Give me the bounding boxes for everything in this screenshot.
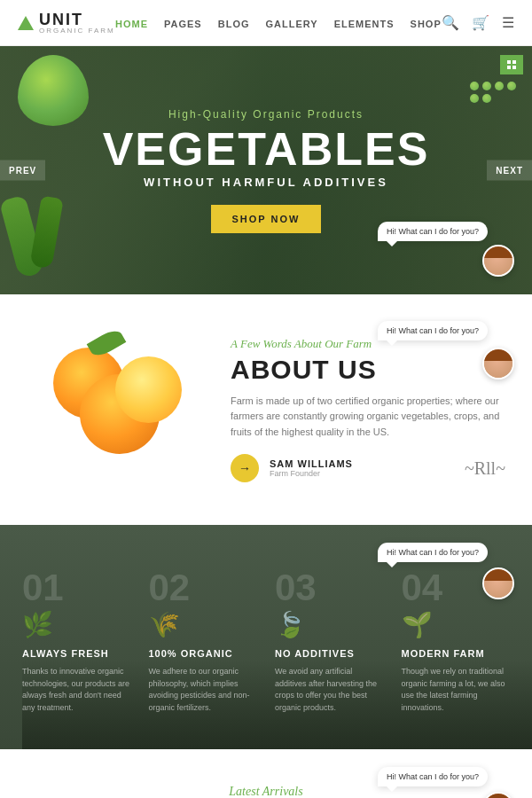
hero-cta-button[interactable]: SHOP NOW [211, 205, 322, 233]
logo[interactable]: UNIT ORGANIC FARM [18, 12, 115, 35]
feature-title-1: ALWAYS FRESH [22, 648, 131, 659]
about-section: A Few Words About Our Farm ABOUT US Farm… [0, 294, 532, 525]
hero-prev-button[interactable]: prev [0, 160, 45, 181]
hero-section: prev next High-Quality Organic Products … [0, 46, 532, 294]
hero-title: VEGETABLES [103, 126, 430, 172]
logo-name: UNIT [39, 12, 115, 27]
nav-gallery[interactable]: GALLERY [266, 19, 318, 29]
about-text: Farm is made up of two certified organic… [231, 394, 505, 441]
cart-icon[interactable]: 🛒 [472, 14, 489, 31]
logo-subtitle: ORGANIC FARM [39, 27, 115, 35]
feature-num-3: 03 [275, 569, 384, 606]
search-icon[interactable]: 🔍 [442, 14, 459, 31]
products-tag: Latest Arrivals [18, 785, 514, 798]
feature-text-1: Thanks to innovative organic technologie… [22, 666, 131, 714]
apple-decoration [18, 55, 89, 126]
feature-num-1: 01 [22, 569, 131, 606]
feature-text-2: We adhere to our organic philosophy, whi… [149, 666, 258, 714]
nav-elements[interactable]: ELEMENTS [334, 19, 395, 29]
author-name: SAM WILLIAMS [270, 458, 353, 469]
author-arrow-button[interactable]: → [231, 454, 259, 482]
hero-content: High-Quality Organic Products VEGETABLES… [103, 108, 430, 233]
feature-icon-3: 🍃 [275, 610, 384, 639]
feature-no-additives: 03 🍃 NO ADDITIVES We avoid any artificia… [275, 569, 384, 714]
chat-bubble-products: Hi! What can I do for you? [378, 767, 488, 786]
nav-home[interactable]: HOME [115, 19, 148, 29]
about-title: ABOUT US [231, 355, 505, 385]
nav-links: HOME PAGES BLOG GALLERY ELEMENTS SHOP [115, 15, 442, 31]
features-grid: 01 🌿 ALWAYS FRESH Thanks to innovative o… [22, 569, 510, 714]
nav-icons: 🔍 🛒 ☰ [442, 14, 514, 31]
products-section: Latest Arrivals NEW PRODUCTS ALL VEGETAB… [0, 749, 532, 798]
feature-always-fresh: 01 🌿 ALWAYS FRESH Thanks to innovative o… [22, 569, 131, 714]
pepper2-decoration [29, 195, 64, 269]
peas-decoration [470, 82, 523, 103]
logo-icon [18, 16, 34, 30]
nav-pages[interactable]: PAGES [164, 19, 202, 29]
feature-icon-1: 🌿 [22, 610, 131, 639]
hero-subtitle: High-Quality Organic Products [103, 108, 430, 121]
about-author: → SAM WILLIAMS Farm Founder ~Rll~ [231, 454, 505, 482]
grid-view-icon[interactable] [500, 55, 523, 74]
feature-text-4: Though we rely on traditional organic fa… [402, 666, 511, 714]
feature-title-2: 100% ORGANIC [149, 648, 258, 659]
chat-avatar-about[interactable] [482, 348, 514, 379]
feature-icon-2: 🌾 [149, 610, 258, 639]
feature-100-organic: 02 🌾 100% ORGANIC We adhere to our organ… [149, 569, 258, 714]
chat-bubble-features: Hi! What can I do for you? [378, 543, 488, 562]
chat-avatar-features[interactable] [482, 567, 514, 599]
hero-desc: WITHOUT HARMFUL ADDITIVES [103, 176, 430, 189]
feature-title-4: MODERN FARM [402, 648, 511, 659]
about-image [27, 330, 204, 489]
orange3 [115, 356, 182, 423]
nav-shop[interactable]: SHOP [411, 19, 442, 29]
feature-title-3: NO ADDITIVES [275, 648, 384, 659]
author-role: Farm Founder [270, 469, 353, 478]
feature-num-2: 02 [149, 569, 258, 606]
feature-icon-4: 🌱 [402, 610, 511, 639]
author-signature: ~Rll~ [465, 458, 505, 479]
chat-bubble-hero: Hi! What can I do for you? [378, 222, 488, 241]
navbar: UNIT ORGANIC FARM HOME PAGES BLOG GALLER… [0, 0, 532, 46]
feature-text-3: We avoid any artificial additives after … [275, 666, 384, 714]
about-content: A Few Words About Our Farm ABOUT US Farm… [231, 337, 505, 483]
nav-blog[interactable]: BLOG [218, 19, 250, 29]
hero-next-button[interactable]: next [487, 160, 532, 181]
menu-icon[interactable]: ☰ [502, 14, 514, 31]
chat-bubble-about: Hi! What can I do for you? [378, 321, 488, 340]
chat-avatar-hero[interactable] [482, 245, 514, 277]
features-section: 01 🌿 ALWAYS FRESH Thanks to innovative o… [0, 525, 532, 749]
